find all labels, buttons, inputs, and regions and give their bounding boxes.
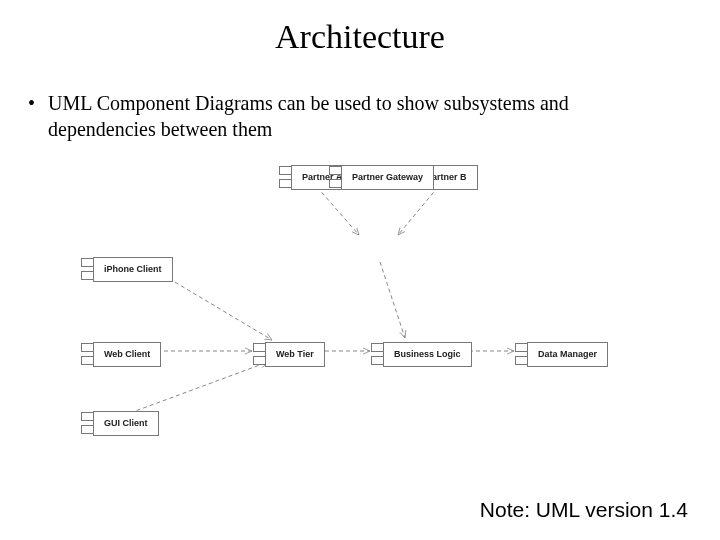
component-web-tier: Web Tier <box>252 339 325 369</box>
svg-line-5 <box>130 362 268 413</box>
component-partner-gateway: Partner Gateway <box>328 162 434 192</box>
component-label: iPhone Client <box>93 257 173 282</box>
component-label: Business Logic <box>383 342 472 367</box>
component-label: GUI Client <box>93 411 159 436</box>
bullet-text: UML Component Diagrams can be used to sh… <box>48 90 668 142</box>
uml-component-diagram: Partner A Partner B Partner Gateway iPho… <box>80 162 640 452</box>
svg-line-1 <box>398 187 438 235</box>
svg-line-0 <box>317 187 359 235</box>
component-label: Web Tier <box>265 342 325 367</box>
component-data-manager: Data Manager <box>514 339 608 369</box>
slide-title: Architecture <box>0 18 720 56</box>
svg-line-2 <box>380 262 405 338</box>
svg-line-3 <box>163 275 272 340</box>
component-business-logic: Business Logic <box>370 339 472 369</box>
component-label: Web Client <box>93 342 161 367</box>
component-web-client: Web Client <box>80 339 161 369</box>
component-gui-client: GUI Client <box>80 408 159 438</box>
slide: Architecture UML Component Diagrams can … <box>0 0 720 540</box>
component-label: Partner Gateway <box>341 165 434 190</box>
component-label: Data Manager <box>527 342 608 367</box>
component-iphone-client: iPhone Client <box>80 254 173 284</box>
dependency-arrows <box>80 162 640 452</box>
footnote: Note: UML version 1.4 <box>480 498 688 522</box>
